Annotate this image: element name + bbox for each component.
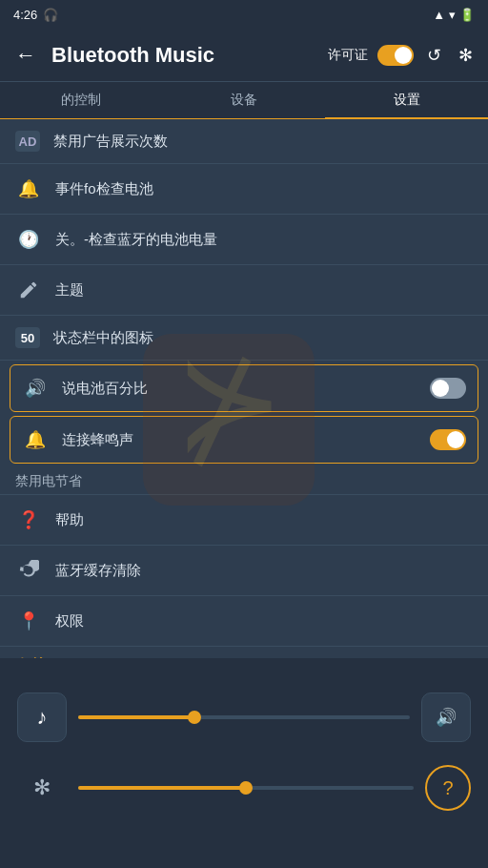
- connect-beep-label: 连接蜂鸣声: [62, 431, 430, 449]
- signal-icon: ▲: [433, 8, 445, 22]
- status-headphone-icon: 🎧: [43, 8, 58, 22]
- setting-ads[interactable]: AD 禁用广告展示次数: [0, 119, 488, 164]
- statusbar-icon: 50: [15, 327, 40, 348]
- volume-slider-2[interactable]: [78, 786, 414, 790]
- disable-save-label: 禁用电节省: [15, 473, 473, 490]
- volume-thumb-1: [188, 711, 201, 724]
- speak-battery-knob: [432, 380, 449, 397]
- theme-icon: [15, 277, 42, 303]
- page-title: Bluetooth Music: [51, 43, 328, 68]
- help-question-icon: ?: [442, 777, 453, 799]
- speak-battery-toggle[interactable]: [430, 378, 466, 399]
- help-icon: ❓: [15, 506, 42, 533]
- setting-event[interactable]: 🔔 事件fo检查电池: [0, 164, 488, 215]
- connect-beep-knob: [447, 431, 464, 448]
- battery-icon: 🔋: [459, 8, 475, 22]
- setting-disable-save[interactable]: 禁用电节省: [0, 467, 488, 495]
- volume-slider-1[interactable]: [78, 715, 410, 719]
- tab-control[interactable]: 的控制: [0, 82, 163, 118]
- speak-battery-label: 说电池百分比: [62, 380, 430, 398]
- speaker-icon: 🔊: [436, 707, 457, 728]
- setting-ads-label: 禁用广告展示次数: [53, 133, 473, 151]
- setting-battery-label: 关。-检查蓝牙的电池电量: [55, 231, 473, 249]
- help-label: 帮助: [55, 511, 473, 529]
- event-icon: 🔔: [15, 176, 42, 202]
- ads-icon: AD: [15, 131, 40, 152]
- bluetooth-icon[interactable]: ✻: [455, 41, 477, 70]
- permission-icon: 📍: [15, 608, 42, 634]
- setting-battery-check[interactable]: 🕐 关。-检查蓝牙的电池电量: [0, 215, 488, 265]
- refresh-button[interactable]: ↺: [423, 41, 445, 70]
- setting-clear-cache[interactable]: 蓝牙缓存清除: [0, 546, 488, 596]
- volume-row-1: ♪ 🔊: [17, 692, 471, 742]
- permission-label: 权限: [55, 612, 473, 630]
- player-area: ♪ 🔊 ✻ ?: [0, 658, 488, 868]
- setting-statusbar[interactable]: 50 状态栏中的图标: [0, 316, 488, 361]
- setting-connect-beep[interactable]: 🔔 连接蜂鸣声: [10, 416, 478, 464]
- setting-theme[interactable]: 主题: [0, 265, 488, 316]
- setting-speak-battery[interactable]: 🔊 说电池百分比: [10, 364, 478, 412]
- connect-beep-icon: 🔔: [22, 426, 49, 453]
- volume-row-2: ✻ ?: [17, 765, 471, 811]
- status-time: 4:26: [13, 8, 37, 22]
- top-actions: 许可证 ↺ ✻: [328, 41, 477, 70]
- setting-theme-label: 主题: [55, 281, 473, 300]
- clear-cache-label: 蓝牙缓存清除: [55, 562, 473, 580]
- music-note-icon: ♪: [37, 705, 48, 730]
- tab-settings[interactable]: 设置: [325, 82, 488, 118]
- setting-help[interactable]: ❓ 帮助: [0, 495, 488, 546]
- speak-battery-icon: 🔊: [22, 375, 49, 402]
- bt-small-icon: ✻: [17, 775, 67, 800]
- setting-event-label: 事件fo检查电池: [55, 180, 473, 198]
- help-button[interactable]: ?: [425, 765, 471, 811]
- status-icons: ▲ ▾ 🔋: [433, 8, 475, 22]
- tab-device[interactable]: 设备: [163, 82, 326, 118]
- settings-list: AD 禁用广告展示次数 🔔 事件fo检查电池 🕐 关。-检查蓝牙的电池电量 主题…: [0, 119, 488, 646]
- volume-fill-1: [78, 715, 194, 719]
- volume-button[interactable]: 🔊: [421, 692, 471, 742]
- music-button[interactable]: ♪: [17, 692, 67, 742]
- volume-fill-2: [78, 786, 246, 790]
- license-toggle-knob: [395, 47, 412, 64]
- battery-check-icon: 🕐: [15, 226, 42, 253]
- license-label: 许可证: [328, 47, 368, 64]
- clear-cache-icon: [15, 557, 42, 584]
- back-button[interactable]: ←: [11, 39, 40, 72]
- setting-statusbar-label: 状态栏中的图标: [53, 329, 473, 347]
- connect-beep-toggle[interactable]: [430, 429, 466, 450]
- wifi-icon: ▾: [449, 8, 456, 22]
- license-toggle[interactable]: [377, 45, 414, 66]
- setting-permission[interactable]: 📍 权限: [0, 596, 488, 646]
- status-bar: 4:26 🎧 ▲ ▾ 🔋: [0, 0, 488, 29]
- volume-thumb-2: [239, 781, 253, 795]
- top-bar: ← Bluetooth Music 许可证 ↺ ✻: [0, 29, 488, 82]
- tab-bar: 的控制 设备 设置: [0, 82, 488, 119]
